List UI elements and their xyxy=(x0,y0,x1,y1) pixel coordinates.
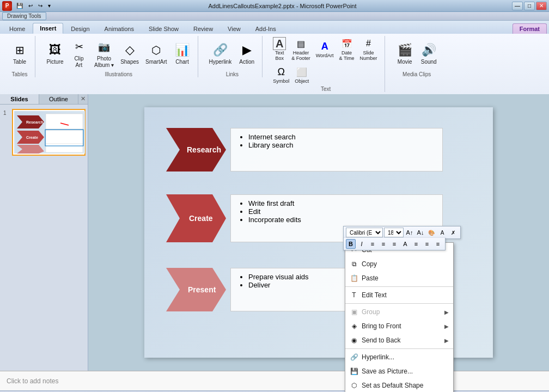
ctx-copy[interactable]: ⧉ Copy xyxy=(345,257,453,271)
font-color-bg-btn[interactable]: 🎨 xyxy=(426,228,436,237)
ctx-paste-label: Paste xyxy=(362,274,379,282)
clipart-button[interactable]: ✂ ClipArt xyxy=(68,37,90,70)
research-item-2: Library search xyxy=(248,141,434,149)
slide[interactable]: Research Internet search Library search … xyxy=(144,107,493,358)
font-color-btn[interactable]: A xyxy=(437,228,447,237)
datetime-button[interactable]: 📅 Date& Time xyxy=(338,36,356,62)
bullets-btn[interactable]: ≡ xyxy=(411,239,421,249)
action-button[interactable]: ▶ Action xyxy=(236,40,258,66)
ctx-sendtoback[interactable]: ◉ Send to Back ▶ xyxy=(345,333,453,347)
headerfooter-button[interactable]: ▤ Header& Footer xyxy=(290,36,312,62)
ribbon-content: ⊞ Table Tables 🖼 Picture ✂ ClipArt 📷 Pho… xyxy=(0,34,549,94)
hyperlink-icon: 🔗 xyxy=(211,41,229,59)
notes-placeholder: Click to add notes xyxy=(7,377,58,385)
object-label: Object xyxy=(295,78,309,84)
window-title: AddLinesCalloutsExample2.pptx - Microsof… xyxy=(53,3,512,9)
notes-area[interactable]: Click to add notes xyxy=(0,371,549,390)
tab-design[interactable]: Design xyxy=(64,23,96,34)
tab-home[interactable]: Home xyxy=(2,23,32,34)
slide-thumbnail[interactable]: Research Create xyxy=(12,109,86,156)
research-item-1: Internet search xyxy=(248,133,434,141)
hyperlink-button[interactable]: 🔗 Hyperlink xyxy=(207,40,234,66)
movie-button[interactable]: 🎬 Movie xyxy=(394,40,416,66)
maximize-btn[interactable]: □ xyxy=(524,2,535,10)
context-menu: ✂ Cut ⧉ Copy 📋 Paste T Edit Text xyxy=(345,242,454,392)
ctx-setdefault[interactable]: ⬡ Set as Default Shape xyxy=(345,378,453,392)
indent-btn[interactable]: ≡ xyxy=(433,239,443,249)
textbox-button[interactable]: A TextBox xyxy=(271,36,288,62)
redo-btn[interactable]: ↪ xyxy=(36,2,45,9)
datetime-label: Date& Time xyxy=(339,50,355,61)
smartart-button[interactable]: ⬡ SmartArt xyxy=(143,40,169,66)
tab-view[interactable]: View xyxy=(221,23,248,34)
tab-review[interactable]: Review xyxy=(186,23,220,34)
minimize-btn[interactable]: — xyxy=(512,2,523,10)
headerfooter-label: Header& Footer xyxy=(291,50,310,61)
numbering-btn[interactable]: ≡ xyxy=(422,239,432,249)
slide-thumbnail-area[interactable]: 1 Research Create xyxy=(0,105,88,371)
photoalbum-button[interactable]: 📷 PhotoAlbum ▾ xyxy=(92,37,116,70)
wordart-icon: A xyxy=(318,40,331,53)
slidenumber-button[interactable]: # SlideNumber xyxy=(358,36,379,62)
chart-button[interactable]: 📊 Chart xyxy=(172,40,193,66)
ctx-savepicture[interactable]: 💾 Save as Picture... xyxy=(345,364,453,378)
group-media: 🎬 Movie 🔊 Sound Media Clips xyxy=(389,36,444,77)
customize-btn[interactable]: ▾ xyxy=(46,2,53,9)
savepicture-icon: 💾 xyxy=(350,367,358,376)
font-selector[interactable]: Calibri (E xyxy=(346,228,383,237)
illustrations-group-label: Illustrations xyxy=(105,71,132,77)
ctx-paste[interactable]: 📋 Paste xyxy=(345,271,453,285)
clear-format-btn[interactable]: ✗ xyxy=(448,228,458,237)
font-size-selector[interactable]: 18 xyxy=(384,228,404,237)
align-center-btn[interactable]: ≡ xyxy=(379,239,388,249)
bringtofront-arrow: ▶ xyxy=(444,323,449,329)
picture-button[interactable]: 🖼 Picture xyxy=(44,40,66,66)
wordart-button[interactable]: A WordArt xyxy=(314,39,335,59)
object-button[interactable]: ⬜ Object xyxy=(293,64,310,85)
table-label: Table xyxy=(13,59,26,65)
shapes-button[interactable]: ◇ Shapes xyxy=(118,40,141,66)
bold-btn[interactable]: B xyxy=(346,239,356,249)
ctx-savepicture-label: Save as Picture... xyxy=(362,367,413,375)
present-chevron: Present xyxy=(166,268,231,313)
close-btn[interactable]: ✕ xyxy=(536,2,547,10)
sound-button[interactable]: 🔊 Sound xyxy=(418,40,440,66)
ctx-group[interactable]: ▣ Group ▶ xyxy=(345,305,453,319)
quick-save-btn[interactable]: 💾 xyxy=(14,2,25,9)
svg-text:Research: Research xyxy=(26,120,44,124)
ctx-bringtofront[interactable]: ◈ Bring to Front ▶ xyxy=(345,319,453,333)
research-content[interactable]: Internet search Library search xyxy=(230,128,443,171)
slides-tabs: Slides Outline ✕ xyxy=(0,94,88,105)
tab-addins[interactable]: Add-Ins xyxy=(248,23,283,34)
ctx-setdefault-label: Set as Default Shape xyxy=(362,382,423,389)
research-chevron: Research xyxy=(166,128,231,171)
font-color2-btn[interactable]: A xyxy=(400,239,410,249)
ctx-edittext[interactable]: T Edit Text xyxy=(345,288,453,302)
slide-canvas-area[interactable]: Research Internet search Library search … xyxy=(88,94,549,371)
tab-format[interactable]: Format xyxy=(513,23,547,34)
italic-btn[interactable]: I xyxy=(357,239,367,249)
grow-font-btn[interactable]: A↑ xyxy=(405,228,414,237)
group-text: A TextBox ▤ Header& Footer A WordArt 📅 D… xyxy=(267,36,385,92)
tab-slideshow[interactable]: Slide Show xyxy=(142,23,186,34)
tab-slides[interactable]: Slides xyxy=(0,94,39,104)
text-group-label: Text xyxy=(321,86,331,92)
shapes-icon: ◇ xyxy=(121,41,138,59)
close-panel-btn[interactable]: ✕ xyxy=(78,94,88,104)
svg-text:Create: Create xyxy=(26,136,38,139)
ctx-group-label: Group xyxy=(362,308,380,316)
tab-animations[interactable]: Animations xyxy=(97,23,141,34)
shrink-font-btn[interactable]: A↓ xyxy=(416,228,425,237)
align-left-btn[interactable]: ≡ xyxy=(368,239,377,249)
ctx-copy-label: Copy xyxy=(362,260,377,268)
group-arrow: ▶ xyxy=(444,309,449,315)
align-right-btn[interactable]: ≡ xyxy=(389,239,399,249)
table-button[interactable]: ⊞ Table xyxy=(9,40,30,66)
mini-toolbar: Calibri (E 18 A↑ A↓ 🎨 A ✗ xyxy=(343,226,461,239)
tab-outline[interactable]: Outline xyxy=(39,94,78,104)
tab-insert[interactable]: Insert xyxy=(33,23,63,34)
undo-btn[interactable]: ↩ xyxy=(26,2,35,9)
symbol-button[interactable]: Ω Symbol xyxy=(271,64,291,85)
photoalbum-label: PhotoAlbum ▾ xyxy=(94,56,114,69)
ctx-hyperlink[interactable]: 🔗 Hyperlink... xyxy=(345,350,453,364)
